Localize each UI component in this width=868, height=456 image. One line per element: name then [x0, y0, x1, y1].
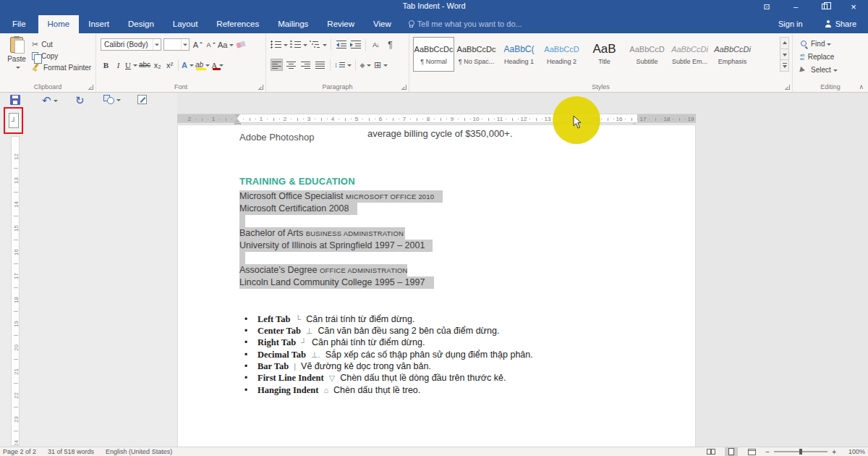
close-button[interactable]: × [839, 0, 868, 13]
restore-button[interactable] [810, 0, 839, 13]
replace-button[interactable]: Replace [800, 53, 834, 61]
align-center-button[interactable] [285, 59, 297, 71]
font-name-combo[interactable]: Calibri (Body) [101, 38, 161, 51]
style-emphasis[interactable]: AaBbCcDiEmphasis [712, 37, 753, 72]
style-subtle-emphasis[interactable]: AaBbCcDiSubtle Em... [669, 37, 710, 72]
styles-gallery-expand-button[interactable] [780, 60, 788, 71]
h-ruler[interactable]: 2112345678910111213141516171819 [177, 114, 696, 123]
bullet-item: Center Tab⊥Căn văn bản đều sang 2 bên củ… [243, 326, 499, 337]
replace-label: Replace [808, 53, 835, 61]
cut-button[interactable]: ✂Cut [32, 38, 91, 50]
page-indicator[interactable]: Page 2 of 2 [3, 448, 36, 455]
select-button[interactable]: Select [800, 66, 838, 74]
font-size-combo[interactable] [163, 38, 190, 51]
decrease-indent-button[interactable] [335, 38, 347, 51]
web-layout-button[interactable] [745, 447, 758, 456]
hanging-indent-marker[interactable] [234, 116, 240, 122]
align-left-button[interactable] [271, 59, 283, 71]
text-highlight-button[interactable]: ab [195, 59, 210, 71]
save-button[interactable] [10, 95, 20, 105]
shrink-font-button[interactable]: A [205, 38, 216, 51]
ruler-tick [219, 119, 220, 119]
find-button[interactable]: Find [800, 40, 831, 48]
font-color-button[interactable]: A [211, 59, 224, 71]
underline-button[interactable]: U [125, 59, 137, 71]
language-indicator[interactable]: English (United States) [106, 448, 172, 455]
minimize-button[interactable]: – [781, 0, 810, 13]
borders-button[interactable] [374, 59, 388, 71]
grow-font-button[interactable]: A [192, 38, 203, 51]
word-count[interactable]: 31 of 518 words [48, 448, 94, 455]
ribbon-display-options-button[interactable]: ⊡ [752, 0, 781, 13]
tab-insert[interactable]: Insert [79, 15, 119, 33]
zoom-out-button[interactable]: − [765, 448, 770, 456]
redo-button[interactable]: ↻ [75, 95, 85, 106]
style-heading-1[interactable]: AaBbC(Heading 1 [498, 37, 540, 72]
line-spacing-button[interactable] [334, 59, 352, 71]
print-layout-button[interactable] [725, 447, 738, 456]
zoom-slider[interactable] [774, 451, 827, 452]
ruler-number: 9 [451, 114, 454, 123]
v-ruler[interactable]: 12131415161718192021222324 [11, 136, 20, 446]
group-font: Calibri (Body) A A Aa B I U abc x₂ x² A … [96, 33, 266, 92]
document-page[interactable]: Adobe Photoshop average billing cycle of… [177, 124, 696, 447]
tab-layout[interactable]: Layout [163, 15, 208, 33]
read-mode-button[interactable] [705, 447, 718, 456]
collapse-ribbon-button[interactable]: ∧ [859, 83, 864, 90]
share-button[interactable]: Share [813, 20, 868, 33]
tab-file[interactable]: File [0, 15, 38, 33]
justify-button[interactable] [314, 59, 326, 71]
zoom-slider-thumb[interactable] [799, 449, 802, 455]
show-paragraph-marks-button[interactable] [384, 38, 396, 51]
undo-button[interactable]: ↶ [42, 95, 58, 106]
text-effects-button[interactable]: A [182, 59, 194, 71]
bold-button[interactable]: B [101, 59, 111, 71]
styles-scroll-up-button[interactable] [780, 38, 788, 49]
styles-scroll-down-button[interactable] [780, 49, 788, 61]
tab-references[interactable]: References [207, 15, 268, 33]
style-no-spacing[interactable]: AaBbCcDc¶ No Spac... [456, 37, 497, 72]
tell-me-box[interactable]: Tell me what you want to do... [408, 20, 522, 33]
paste-button[interactable]: Paste [4, 37, 30, 80]
clipboard-dialog-launcher[interactable] [88, 85, 93, 90]
font-size-dropdown-icon[interactable] [181, 39, 189, 50]
shading-button[interactable] [359, 59, 372, 71]
numbering-button[interactable] [290, 38, 307, 51]
style-subtitle[interactable]: AaBbCcDSubtitle [626, 37, 668, 72]
tab-view[interactable]: View [364, 15, 401, 33]
font-name-dropdown-icon[interactable] [153, 39, 161, 50]
tab-mailings[interactable]: Mailings [268, 15, 318, 33]
superscript-button[interactable]: x² [164, 59, 175, 71]
cut-label: Cut [41, 41, 53, 48]
style-heading-2[interactable]: AaBbCcDHeading 2 [541, 37, 582, 72]
copy-icon [32, 52, 38, 60]
undo-dropdown-icon[interactable] [54, 100, 58, 104]
tab-home[interactable]: Home [38, 15, 80, 33]
edit-document-button[interactable] [137, 95, 147, 104]
clear-formatting-button[interactable] [236, 38, 247, 51]
zoom-level[interactable]: 100% [843, 448, 865, 455]
sign-in-link[interactable]: Sign in [768, 20, 813, 33]
multilevel-list-button[interactable] [310, 38, 327, 51]
paragraph-dialog-launcher[interactable] [401, 85, 407, 90]
sort-button[interactable] [370, 38, 382, 51]
tab-review[interactable]: Review [318, 15, 364, 33]
bullet-item: Left Tab└Căn trái tính từ điểm dừng. [243, 314, 414, 325]
style-title[interactable]: AaBTitle [584, 37, 625, 72]
tab-stop-selector[interactable]: ┘ [9, 113, 19, 128]
style-normal[interactable]: AaBbCcDc¶ Normal [413, 37, 454, 72]
change-case-button[interactable]: Aa [218, 38, 234, 51]
bullets-button[interactable] [271, 38, 288, 51]
italic-button[interactable]: I [113, 59, 124, 71]
align-right-button[interactable] [299, 59, 312, 71]
shapes-button[interactable] [103, 95, 121, 104]
increase-indent-button[interactable] [349, 38, 362, 51]
subscript-button[interactable]: x₂ [152, 59, 163, 71]
strikethrough-button[interactable]: abc [139, 59, 150, 71]
styles-dialog-launcher[interactable] [785, 85, 790, 90]
font-dialog-launcher[interactable] [258, 85, 263, 90]
copy-button[interactable]: Copy [32, 50, 91, 62]
shapes-dropdown-icon[interactable] [116, 99, 121, 104]
zoom-in-button[interactable]: + [832, 448, 836, 456]
tab-design[interactable]: Design [119, 15, 163, 33]
